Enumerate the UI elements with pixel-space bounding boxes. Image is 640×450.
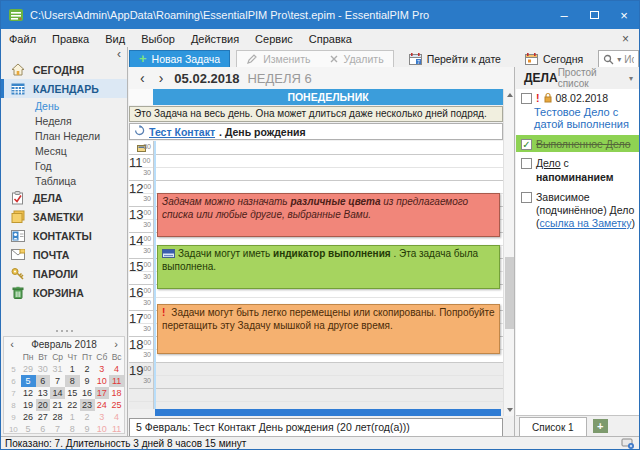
scrollbar-thumb[interactable] [505,257,514,329]
prev-day-button[interactable]: ‹ [137,70,148,86]
mini-calendar-day[interactable]: 9 [80,423,95,435]
calendar-event[interactable]: !Задачи могут быть легко перемещены или … [157,304,500,354]
mini-calendar-day[interactable]: 4 [109,411,124,423]
task-checkbox[interactable] [521,192,532,203]
maximize-button[interactable] [579,1,609,29]
mini-calendar-day[interactable]: 18 [109,387,124,399]
mini-calendar-day[interactable]: 7 [50,423,65,435]
task-checkbox[interactable] [521,93,532,104]
edit-button[interactable]: Изменить [237,50,319,69]
mini-calendar-day[interactable]: 21 [50,399,65,411]
mini-calendar-day[interactable]: 15 [65,387,80,399]
mini-calendar-day[interactable]: 31 [50,363,65,375]
menu-item[interactable]: Файл [1,29,44,49]
mini-calendar-day[interactable]: 5 [21,375,36,387]
mini-calendar-day[interactable]: 8 [65,423,80,435]
mini-calendar-day[interactable]: 2 [80,411,95,423]
mini-calendar-day[interactable]: 3 [95,411,110,423]
sidebar-item-mail[interactable]: ПОЧТА [1,245,127,264]
mini-calendar-day[interactable]: 3 [95,363,110,375]
sidebar-item-calendar[interactable]: КАЛЕНДАРЬ [1,79,127,98]
mini-calendar-day[interactable]: 16 [80,387,95,399]
mini-calendar-day[interactable]: 4 [109,363,124,375]
mini-calendar-day[interactable]: 22 [65,399,80,411]
mini-calendar-day[interactable]: 6 [36,375,51,387]
sidebar-view-item[interactable]: Неделя [1,113,127,128]
mini-calendar-day[interactable]: 2 [80,363,95,375]
contact-link[interactable]: Тест Контакт [149,126,215,138]
task-checkbox-checked[interactable]: ✓ [521,139,532,150]
mini-calendar-day[interactable]: 10 [95,375,110,387]
mini-calendar-day[interactable]: 25 [109,399,124,411]
mini-calendar-day[interactable]: 6 [36,423,51,435]
mini-calendar-day[interactable]: 11 [109,423,124,435]
partial-event-strip[interactable] [155,409,501,416]
mini-calendar-day[interactable]: 8 [65,375,80,387]
delete-button[interactable]: Удалить [320,50,393,69]
mini-calendar-day[interactable]: 13 [36,387,51,399]
mini-calendar-day[interactable]: 26 [21,411,36,423]
menu-item[interactable]: Справка [301,29,360,49]
task-title-line[interactable]: датой выполнения [516,118,639,131]
mini-calendar-day[interactable]: 29 [21,363,36,375]
mini-calendar-day[interactable]: 30 [36,363,51,375]
mini-calendar-day[interactable]: 14 [50,387,65,399]
sidebar-item-trash[interactable]: КОРЗИНА [1,283,127,302]
mini-calendar-day[interactable]: 20 [36,399,51,411]
close-button[interactable]: × [609,1,639,29]
menu-item[interactable]: Сервис [247,29,301,49]
task-row-completed[interactable]: ✓ Выполненное Дело [516,135,639,152]
mini-calendar-day[interactable]: 10 [95,423,110,435]
mini-calendar-day[interactable]: 12 [21,387,36,399]
search-scope-caret-icon[interactable]: ▾ [617,55,621,64]
calendar-event[interactable]: Задачам можно назначать различные цвета … [157,193,500,237]
mini-calendar-day[interactable]: 24 [95,399,110,411]
sidebar-item-today[interactable]: СЕГОДНЯ [1,60,127,79]
sidebar-view-item[interactable]: Месяц [1,143,127,158]
menu-item[interactable]: Правка [44,29,97,49]
grid-scrollbar[interactable] [503,89,514,416]
calendar-event[interactable]: Задачи могут иметь индикатор выполнения … [157,245,500,289]
note-link[interactable]: ссылка на Заметку [540,217,632,229]
search-input[interactable] [624,54,634,65]
sidebar-item-contacts[interactable]: КОНТАКТЫ [1,226,127,245]
mini-calendar-day[interactable]: 23 [80,399,95,411]
mini-calendar-day[interactable]: 1 [65,411,80,423]
task-checkbox[interactable] [521,158,532,169]
mini-calendar-day[interactable]: 5 [21,423,36,435]
mini-calendar-day[interactable]: 1 [65,363,80,375]
tab-list-1[interactable]: Список 1 [519,417,587,436]
task-row-dated[interactable]: ! 08.02.2018 [516,89,639,107]
sidebar-view-item[interactable]: Таблица [1,173,127,188]
allday-task-event[interactable]: Это Задача на весь день. Она может длить… [129,106,503,122]
menu-item[interactable]: Действия [183,29,247,49]
sidebar-view-item[interactable]: План Недели [1,128,127,143]
task-row-reminder[interactable]: Дело с напоминанием [516,154,639,185]
birthday-event[interactable]: Тест Контакт. День рождения [129,123,503,140]
sync-status-icon[interactable] [621,438,635,449]
sidebar-collapse-button[interactable]: ‹ [117,47,121,61]
mini-calendar-day[interactable]: 11 [109,375,124,387]
today-button[interactable]: Сегодня [516,50,592,69]
new-task-button[interactable]: + Новая Задача [129,50,230,69]
task-row-dependent[interactable]: Зависимое (подчинённое) Дело (ссылка на … [516,188,639,232]
sidebar-item-tasks[interactable]: ДЕЛА [1,188,127,207]
mini-calendar-day[interactable]: 19 [21,399,36,411]
mini-calendar-day[interactable]: 28 [50,411,65,423]
goto-date-button[interactable]: 7 Перейти к дате [400,50,510,69]
tasks-view-selector[interactable]: Простой список ▾ [558,67,633,89]
menu-item[interactable]: Вид [97,29,133,49]
sidebar-item-passwords[interactable]: ПАРОЛИ [1,264,127,283]
mini-calendar-prev-button[interactable]: ‹ [4,338,20,350]
menu-item[interactable]: Выбор [133,29,183,49]
mini-calendar-day[interactable]: 27 [36,411,51,423]
mini-calendar-day[interactable]: 9 [80,375,95,387]
sidebar-view-item[interactable]: Год [1,158,127,173]
mini-calendar-next-button[interactable]: › [108,338,124,350]
mini-calendar-day[interactable]: 7 [50,375,65,387]
next-day-button[interactable]: › [156,70,167,86]
sidebar-splitter-handle[interactable] [1,330,127,334]
menu-close-icon[interactable]: × [612,32,639,46]
minimize-button[interactable]: – [549,1,579,29]
sidebar-view-item[interactable]: День [1,98,127,113]
